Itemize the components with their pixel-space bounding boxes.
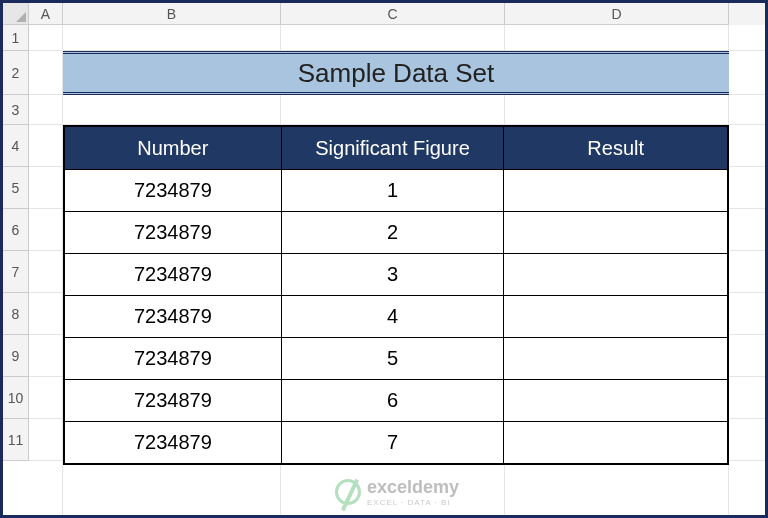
cell-result[interactable] xyxy=(504,169,727,211)
spreadsheet-frame: ABCD 1234567891011 Sample Data Set Numbe… xyxy=(0,0,768,518)
row-header-1[interactable]: 1 xyxy=(3,25,29,51)
row-header-2[interactable]: 2 xyxy=(3,51,29,95)
row-header-4[interactable]: 4 xyxy=(3,125,29,167)
row-header-9[interactable]: 9 xyxy=(3,335,29,377)
cell-result[interactable] xyxy=(504,379,727,421)
cell-number[interactable]: 7234879 xyxy=(65,169,282,211)
sheet-grid[interactable]: Sample Data Set Number Significant Figur… xyxy=(29,25,765,515)
cell-number[interactable]: 7234879 xyxy=(65,337,282,379)
cell-number[interactable]: 7234879 xyxy=(65,295,282,337)
column-header-A[interactable]: A xyxy=(29,3,63,25)
cell-sigfig[interactable]: 5 xyxy=(282,337,505,379)
cell-result[interactable] xyxy=(504,211,727,253)
title-banner: Sample Data Set xyxy=(63,51,729,95)
cell-result[interactable] xyxy=(504,295,727,337)
row-header-6[interactable]: 6 xyxy=(3,209,29,251)
cell-sigfig[interactable]: 7 xyxy=(282,421,505,463)
row-headers: 1234567891011 xyxy=(3,25,29,461)
data-table: Number Significant Figure Result 7234879… xyxy=(63,125,729,465)
table-row: 72348797 xyxy=(65,421,727,463)
table-row: 72348791 xyxy=(65,169,727,211)
row-header-11[interactable]: 11 xyxy=(3,419,29,461)
table-row: 72348796 xyxy=(65,379,727,421)
cell-sigfig[interactable]: 1 xyxy=(282,169,505,211)
row-header-7[interactable]: 7 xyxy=(3,251,29,293)
cell-sigfig[interactable]: 6 xyxy=(282,379,505,421)
cell-result[interactable] xyxy=(504,337,727,379)
row-header-8[interactable]: 8 xyxy=(3,293,29,335)
row-header-3[interactable]: 3 xyxy=(3,95,29,125)
column-header-B[interactable]: B xyxy=(63,3,281,25)
watermark-logo-icon xyxy=(335,479,361,505)
row-header-5[interactable]: 5 xyxy=(3,167,29,209)
column-headers: ABCD xyxy=(29,3,765,25)
table-row: 72348794 xyxy=(65,295,727,337)
cell-number[interactable]: 7234879 xyxy=(65,253,282,295)
table-header-row: Number Significant Figure Result xyxy=(65,127,727,169)
table-row: 72348792 xyxy=(65,211,727,253)
cell-sigfig[interactable]: 3 xyxy=(282,253,505,295)
col-header-result[interactable]: Result xyxy=(504,127,727,169)
cell-result[interactable] xyxy=(504,421,727,463)
cell-number[interactable]: 7234879 xyxy=(65,379,282,421)
cell-sigfig[interactable]: 4 xyxy=(282,295,505,337)
cell-result[interactable] xyxy=(504,253,727,295)
cell-number[interactable]: 7234879 xyxy=(65,421,282,463)
col-header-sigfig[interactable]: Significant Figure xyxy=(282,127,505,169)
select-all-corner[interactable] xyxy=(3,3,29,25)
cell-number[interactable]: 7234879 xyxy=(65,211,282,253)
watermark-subtext: EXCEL · DATA · BI xyxy=(367,498,459,507)
table-row: 72348795 xyxy=(65,337,727,379)
watermark-text: exceldemy xyxy=(367,477,459,498)
column-header-D[interactable]: D xyxy=(505,3,729,25)
column-header-C[interactable]: C xyxy=(281,3,505,25)
watermark: exceldemy EXCEL · DATA · BI xyxy=(335,477,459,507)
title-text: Sample Data Set xyxy=(298,58,495,89)
row-header-10[interactable]: 10 xyxy=(3,377,29,419)
table-row: 72348793 xyxy=(65,253,727,295)
cell-sigfig[interactable]: 2 xyxy=(282,211,505,253)
col-header-number[interactable]: Number xyxy=(65,127,282,169)
